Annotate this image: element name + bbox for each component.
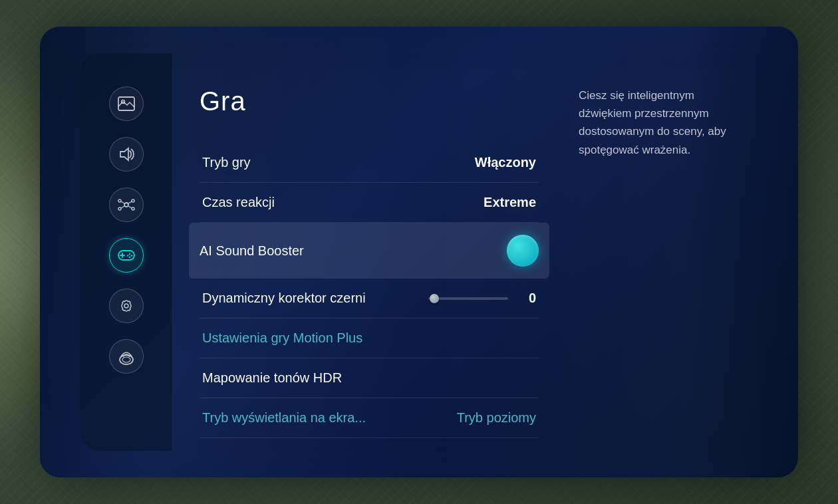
setting-value-tryb-gry: Włączony (475, 155, 536, 170)
slider-track[interactable] (428, 297, 508, 300)
setting-motion-plus[interactable]: Ustawienia gry Motion Plus (200, 318, 539, 358)
setting-label-czas-reakcji: Czas reakcji (202, 195, 275, 210)
slider-value: 0 (516, 291, 536, 306)
setting-label-tryb-gry: Tryb gry (202, 155, 251, 170)
svg-point-4 (118, 199, 121, 202)
sidebar-item-game[interactable] (109, 238, 144, 273)
setting-tryb-gry[interactable]: Tryb gry Włączony (200, 143, 539, 183)
setting-czas-reakcji[interactable]: Czas reakcji Extreme (200, 183, 539, 223)
svg-point-17 (128, 257, 130, 258)
svg-point-18 (126, 255, 128, 256)
sidebar-item-support[interactable] (109, 339, 144, 374)
svg-line-9 (128, 201, 132, 203)
setting-label-motion-plus: Ustawienia gry Motion Plus (202, 330, 362, 346)
setting-value-tryb-wyswietlania: Tryb poziomy (457, 410, 536, 426)
svg-point-6 (118, 207, 121, 210)
main-panel: Gra Tryb gry Włączony Czas reakcji Extre… (40, 27, 798, 477)
setting-label-dynamiczny-korektor: Dynamiczny korektor czerni (202, 291, 366, 306)
sidebar (80, 53, 173, 451)
svg-line-11 (128, 206, 132, 208)
svg-point-3 (124, 203, 128, 207)
svg-marker-2 (120, 148, 128, 160)
setting-label-ai-sound-booster: AI Sound Booster (200, 243, 304, 259)
info-panel: Ciesz się inteligentnym dźwiękiem przest… (559, 53, 758, 451)
page-title: Gra (200, 86, 539, 116)
ai-sound-booster-toggle[interactable] (507, 235, 539, 267)
slider-container: 0 (428, 291, 536, 306)
svg-point-20 (120, 355, 133, 364)
info-text: Ciesz się inteligentnym dźwiękiem przest… (579, 86, 738, 159)
main-content: Gra Tryb gry Włączony Czas reakcji Extre… (173, 53, 565, 451)
setting-mapowanie-tonow[interactable]: Mapowanie tonów HDR (200, 358, 539, 398)
svg-point-5 (132, 199, 134, 202)
svg-point-15 (128, 253, 130, 255)
svg-point-19 (124, 304, 128, 308)
setting-label-mapowanie-tonow: Mapowanie tonów HDR (202, 370, 342, 386)
sidebar-item-network[interactable] (109, 188, 144, 222)
setting-dynamiczny-korektor[interactable]: Dynamiczny korektor czerni 0 (200, 279, 539, 318)
svg-line-10 (121, 206, 124, 208)
setting-tryb-wyswietlania[interactable]: Tryb wyświetlania na ekra... Tryb poziom… (200, 398, 539, 438)
setting-label-tryb-wyswietlania: Tryb wyświetlania na ekra... (202, 410, 366, 426)
svg-point-16 (130, 255, 132, 256)
slider-thumb[interactable] (430, 294, 439, 303)
sidebar-item-sound[interactable] (109, 137, 144, 172)
sidebar-item-picture[interactable] (109, 86, 144, 121)
setting-ai-sound-booster[interactable]: AI Sound Booster (189, 223, 549, 279)
setting-value-czas-reakcji: Extreme (484, 195, 536, 210)
svg-point-7 (132, 207, 134, 210)
svg-line-8 (121, 201, 124, 203)
sidebar-item-settings[interactable] (109, 289, 144, 323)
svg-point-21 (122, 357, 130, 362)
